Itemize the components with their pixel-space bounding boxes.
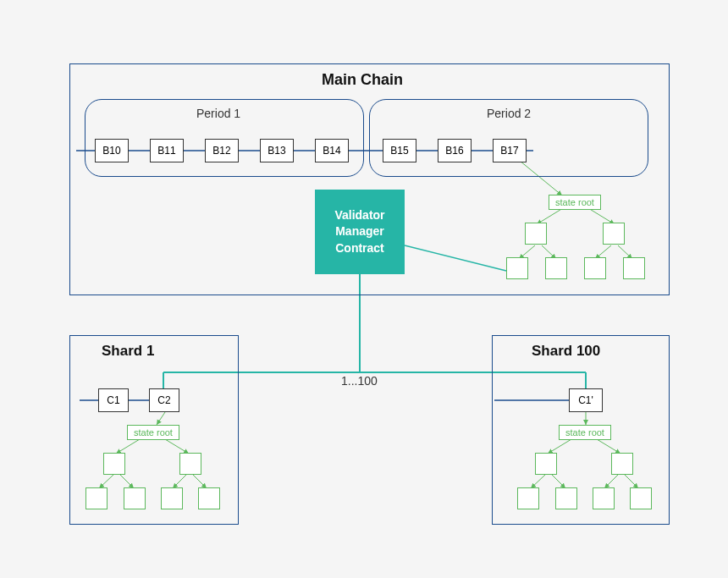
mc-tree-l3 bbox=[584, 257, 606, 279]
shard-range-label: 1...100 bbox=[341, 374, 378, 388]
s100-tree-l1 bbox=[517, 487, 539, 509]
mc-tree-l4 bbox=[623, 257, 645, 279]
s1-tree-l1 bbox=[85, 487, 108, 509]
s100-tree-n1 bbox=[535, 453, 557, 475]
mc-tree-n2 bbox=[603, 223, 625, 245]
mc-tree-l1 bbox=[506, 257, 528, 279]
block-c2: C2 bbox=[149, 388, 179, 412]
validator-manager-contract: Validator Manager Contract bbox=[315, 190, 405, 274]
main-state-root: state root bbox=[549, 195, 601, 210]
shard-1-title: Shard 1 bbox=[102, 343, 154, 360]
shard-100-title: Shard 100 bbox=[532, 343, 600, 360]
block-b10: B10 bbox=[95, 139, 129, 162]
block-b17: B17 bbox=[493, 139, 527, 162]
block-b11: B11 bbox=[150, 139, 184, 162]
block-b15: B15 bbox=[383, 139, 416, 162]
s1-tree-l4 bbox=[198, 487, 220, 509]
block-b14: B14 bbox=[315, 139, 349, 162]
shard1-state-root: state root bbox=[127, 425, 179, 440]
period-1-label: Period 1 bbox=[196, 107, 240, 120]
s1-tree-l2 bbox=[124, 487, 146, 509]
s100-tree-n2 bbox=[611, 453, 633, 475]
block-b12: B12 bbox=[205, 139, 239, 162]
main-chain-title: Main Chain bbox=[322, 71, 403, 89]
vmc-line3: Contract bbox=[315, 240, 405, 257]
vmc-line1: Validator bbox=[315, 207, 405, 224]
period-2-label: Period 2 bbox=[487, 107, 531, 120]
block-c1p: C1' bbox=[569, 388, 603, 412]
s100-tree-l3 bbox=[593, 487, 615, 509]
s1-tree-n1 bbox=[103, 453, 125, 475]
mc-tree-n1 bbox=[525, 223, 547, 245]
vmc-line2: Manager bbox=[315, 223, 405, 240]
block-b16: B16 bbox=[438, 139, 472, 162]
s100-tree-l4 bbox=[630, 487, 652, 509]
s100-tree-l2 bbox=[555, 487, 577, 509]
block-b13: B13 bbox=[260, 139, 294, 162]
s1-tree-n2 bbox=[179, 453, 201, 475]
mc-tree-l2 bbox=[545, 257, 567, 279]
block-c1: C1 bbox=[98, 388, 129, 412]
s1-tree-l3 bbox=[161, 487, 183, 509]
shard100-state-root: state root bbox=[559, 425, 611, 440]
